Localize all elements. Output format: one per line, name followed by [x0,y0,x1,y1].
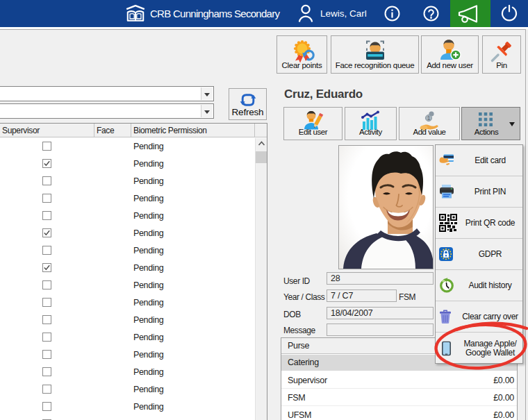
svg-text:1: 1 [427,115,431,121]
